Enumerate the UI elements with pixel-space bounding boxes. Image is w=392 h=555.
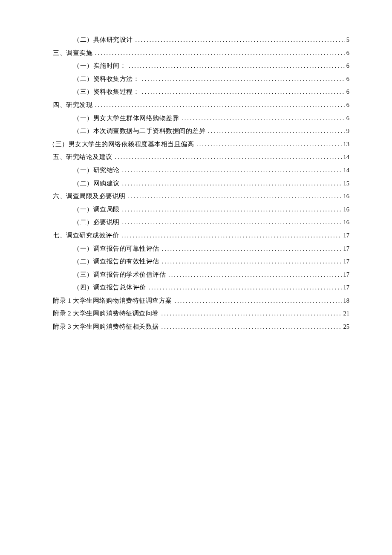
toc-leader-dots <box>182 113 345 124</box>
toc-entry: （一）研究结论14 <box>43 165 349 176</box>
toc-label: （一）研究结论 <box>73 165 120 176</box>
toc-page-number: 25 <box>342 321 350 332</box>
toc-page-number: 16 <box>342 217 350 228</box>
toc-page-number: 17 <box>342 282 350 293</box>
toc-label: （一）男女大学生群体网络购物差异 <box>73 113 179 124</box>
toc-label: （二）调查报告的有效性评估 <box>73 256 159 267</box>
toc-leader-dots <box>122 165 342 176</box>
toc-leader-dots <box>122 204 342 215</box>
toc-label: （二）本次调查数据与二手资料数据间的差异 <box>73 125 205 136</box>
toc-page-number: 6 <box>345 113 349 124</box>
toc-page-number: 15 <box>342 178 350 189</box>
toc-page-number: 6 <box>345 60 349 71</box>
toc-leader-dots <box>121 230 342 241</box>
toc-page-number: 13 <box>342 139 350 150</box>
toc-page-number: 14 <box>342 151 350 162</box>
toc-entry: （二）具体研究设计5 <box>43 34 349 45</box>
toc-page-number: 17 <box>342 243 350 254</box>
toc-page-number: 18 <box>342 295 350 306</box>
toc-entry: （三）调查报告的学术价值评估17 <box>43 269 349 280</box>
toc-page-number: 14 <box>342 165 350 176</box>
toc-leader-dots <box>175 295 342 306</box>
toc-label: （三）调查报告的学术价值评估 <box>73 269 166 280</box>
toc-leader-dots <box>162 256 342 267</box>
toc-entry: 七、调查研究成效评价17 <box>43 230 349 241</box>
toc-label: 四、研究发现 <box>53 99 92 110</box>
toc-page-number: 16 <box>342 204 350 215</box>
toc-page-number: 9 <box>345 125 349 136</box>
toc-leader-dots <box>142 73 345 84</box>
toc-leader-dots <box>142 86 345 97</box>
toc-leader-dots <box>161 321 342 332</box>
toc-leader-dots <box>162 243 342 254</box>
toc-page-number: 17 <box>342 269 350 280</box>
toc-entry: （二）必要说明16 <box>43 217 349 228</box>
toc-entry: 附录 2 大学生网购消费特征调查问卷21 <box>43 308 349 319</box>
toc-entry: 六、调查局限及必要说明16 <box>43 191 349 202</box>
toc-entry: （一）男女大学生群体网络购物差异6 <box>43 113 349 124</box>
toc-leader-dots <box>95 99 345 110</box>
toc-page-number: 5 <box>345 34 349 45</box>
toc-label: 附录 3 大学生网购消费特征相关数据 <box>53 321 159 332</box>
toc-page-number: 6 <box>345 86 349 97</box>
toc-label: （二）具体研究设计 <box>73 34 133 45</box>
toc-entry: （一）调查局限16 <box>43 204 349 215</box>
toc-leader-dots <box>128 191 342 202</box>
toc-entry: （四）调查报告总体评价17 <box>43 282 349 293</box>
toc-label: 七、调查研究成效评价 <box>53 230 119 241</box>
toc-entry: 附录 3 大学生网购消费特征相关数据25 <box>43 321 349 332</box>
toc-entry: （二）资料收集方法：6 <box>43 73 349 84</box>
toc-label: 附录 1 大学生网络购物消费特征调查方案 <box>53 295 172 306</box>
toc-entry: （三）资料收集过程：6 <box>43 86 349 97</box>
toc-entry: （二）网购建议15 <box>43 178 349 189</box>
toc-label: （二）网购建议 <box>73 178 120 189</box>
toc-page-number: 21 <box>342 308 350 319</box>
toc-label: 附录 2 大学生网购消费特征调查问卷 <box>53 308 159 319</box>
toc-page-number: 6 <box>345 99 349 110</box>
toc-label: （四）调查报告总体评价 <box>73 282 146 293</box>
toc-entry: （二）调查报告的有效性评估17 <box>43 256 349 267</box>
table-of-contents: （二）具体研究设计5三、调查实施6（一）实施时间：6（二）资料收集方法：6（三）… <box>43 34 349 332</box>
toc-entry: 三、调查实施6 <box>43 47 349 58</box>
toc-leader-dots <box>122 217 342 228</box>
toc-page-number: 6 <box>345 47 349 58</box>
toc-label: （一）调查局限 <box>73 204 120 215</box>
toc-label: （一）调查报告的可靠性评估 <box>73 243 159 254</box>
toc-leader-dots <box>95 47 345 58</box>
toc-leader-dots <box>149 282 342 293</box>
toc-page-number: 16 <box>342 191 350 202</box>
toc-label: （三）男女大学生的网络依赖程度基本相当且偏高 <box>49 139 194 150</box>
toc-label: （二）资料收集方法： <box>73 73 139 84</box>
toc-leader-dots <box>208 125 345 136</box>
toc-leader-dots <box>168 269 342 280</box>
toc-page-number: 17 <box>342 256 350 267</box>
toc-entry: 五、研究结论及建议14 <box>43 151 349 162</box>
toc-leader-dots <box>135 34 345 45</box>
toc-entry: （三）男女大学生的网络依赖程度基本相当且偏高13 <box>43 139 349 150</box>
toc-entry: （一）调查报告的可靠性评估17 <box>43 243 349 254</box>
toc-entry: 附录 1 大学生网络购物消费特征调查方案18 <box>43 295 349 306</box>
toc-label: （二）必要说明 <box>73 217 120 228</box>
toc-label: 五、研究结论及建议 <box>53 151 112 162</box>
toc-page-number: 6 <box>345 73 349 84</box>
toc-leader-dots <box>129 60 345 71</box>
toc-page-number: 17 <box>342 230 350 241</box>
toc-entry: （一）实施时间：6 <box>43 60 349 71</box>
toc-leader-dots <box>122 178 342 189</box>
toc-entry: 四、研究发现6 <box>43 99 349 110</box>
toc-leader-dots <box>161 308 342 319</box>
toc-leader-dots <box>115 151 342 162</box>
toc-entry: （二）本次调查数据与二手资料数据间的差异9 <box>43 125 349 136</box>
toc-label: （一）实施时间： <box>73 60 126 71</box>
toc-leader-dots <box>196 139 342 150</box>
toc-label: （三）资料收集过程： <box>73 86 139 97</box>
toc-label: 六、调查局限及必要说明 <box>53 191 126 202</box>
toc-label: 三、调查实施 <box>53 47 92 58</box>
